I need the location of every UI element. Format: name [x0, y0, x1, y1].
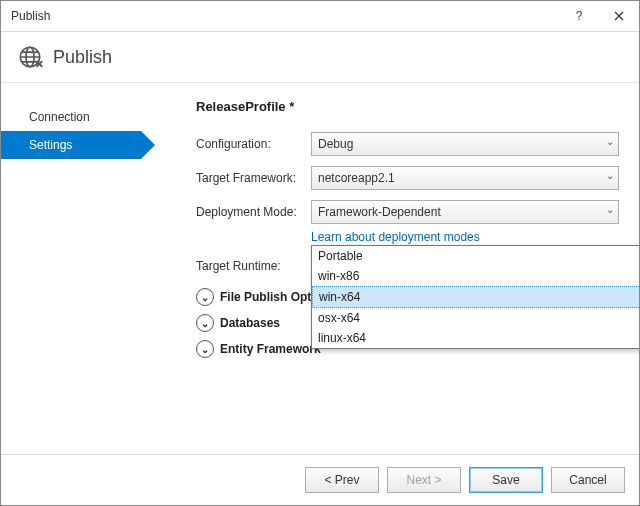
row-deployment-mode: Deployment Mode: Framework-Dependent ⌄ [196, 200, 619, 224]
next-button[interactable]: Next > [387, 467, 461, 493]
publish-icon [17, 44, 43, 70]
chevron-down-icon: ⌄ [606, 170, 614, 181]
combo-configuration[interactable]: Debug ⌄ [311, 132, 619, 156]
runtime-option-osx-x64[interactable]: osx-x64 [312, 308, 639, 328]
prev-button[interactable]: < Prev [305, 467, 379, 493]
expander-label: Entity Framework [220, 342, 321, 356]
combo-deployment-mode[interactable]: Framework-Dependent ⌄ [311, 200, 619, 224]
sidebar-item-settings[interactable]: Settings [1, 131, 141, 159]
label-target-runtime: Target Runtime: [196, 259, 311, 273]
cancel-button[interactable]: Cancel [551, 467, 625, 493]
runtime-option-portable[interactable]: Portable [312, 246, 639, 266]
window-title: Publish [11, 9, 559, 23]
header-title: Publish [53, 47, 112, 68]
sidebar-item-connection[interactable]: Connection [1, 103, 141, 131]
row-target-framework: Target Framework: netcoreapp2.1 ⌄ [196, 166, 619, 190]
runtime-option-linux-x64[interactable]: linux-x64 [312, 328, 639, 348]
save-button[interactable]: Save [469, 467, 543, 493]
combo-value: netcoreapp2.1 [318, 171, 395, 185]
close-button[interactable] [599, 1, 639, 31]
close-icon [614, 11, 624, 21]
combo-target-framework[interactable]: netcoreapp2.1 ⌄ [311, 166, 619, 190]
runtime-option-win-x64[interactable]: win-x64 [312, 286, 639, 308]
dialog-header: Publish [1, 32, 639, 83]
profile-title: ReleaseProfile * [196, 99, 619, 114]
label-target-framework: Target Framework: [196, 171, 311, 185]
sidebar: Connection Settings [1, 83, 141, 454]
row-configuration: Configuration: Debug ⌄ [196, 132, 619, 156]
chevron-down-icon: ⌄ [606, 204, 614, 215]
chevron-down-icon: ⌄ [196, 340, 214, 358]
titlebar: Publish ? [1, 1, 639, 32]
dialog-footer: < Prev Next > Save Cancel [1, 454, 639, 505]
combo-value: Framework-Dependent [318, 205, 441, 219]
expander-label: Databases [220, 316, 280, 330]
combo-value: Debug [318, 137, 353, 151]
chevron-down-icon: ⌄ [606, 136, 614, 147]
chevron-down-icon: ⌄ [196, 314, 214, 332]
label-configuration: Configuration: [196, 137, 311, 151]
link-deployment-modes[interactable]: Learn about deployment modes [311, 230, 619, 244]
sidebar-item-label: Settings [29, 138, 72, 152]
help-button[interactable]: ? [559, 1, 599, 31]
label-deployment-mode: Deployment Mode: [196, 205, 311, 219]
sidebar-item-label: Connection [29, 110, 90, 124]
dialog-body: Connection Settings ReleaseProfile * Con… [1, 83, 639, 454]
publish-dialog: Publish ? Publish Connection Settings [0, 0, 640, 506]
runtime-option-win-x86[interactable]: win-x86 [312, 266, 639, 286]
settings-pane: ReleaseProfile * Configuration: Debug ⌄ … [141, 83, 639, 454]
target-runtime-dropdown: Portable win-x86 win-x64 osx-x64 linux-x… [311, 245, 639, 349]
chevron-down-icon: ⌄ [196, 288, 214, 306]
